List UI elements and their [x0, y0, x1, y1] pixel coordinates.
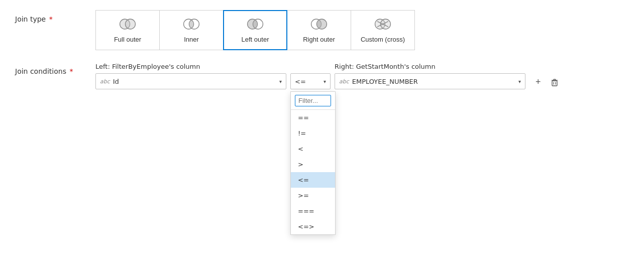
delete-condition-button[interactable]: [548, 76, 561, 89]
left-col-group: Left: FilterByEmployee's column abc Id ▾: [95, 63, 286, 89]
join-btn-inner[interactable]: Inner: [159, 10, 224, 50]
join-type-group: Full outer Inner: [95, 10, 414, 50]
full-outer-label: Full outer: [114, 36, 141, 43]
operator-value: <=: [295, 78, 320, 85]
operator-option-gt[interactable]: >: [291, 157, 335, 172]
join-type-label: Join type *: [15, 10, 95, 23]
operator-option-spaceship[interactable]: <=>: [291, 219, 335, 234]
right-col-value: EMPLOYEE_NUMBER: [352, 78, 515, 85]
join-type-section: Join type * Full outer: [15, 10, 629, 50]
join-conditions-section: Join conditions * Left: FilterByEmployee…: [15, 62, 629, 89]
svg-rect-18: [552, 81, 557, 86]
operator-chevron: ▾: [324, 79, 326, 84]
right-col-select[interactable]: abc EMPLOYEE_NUMBER ▾: [335, 73, 525, 89]
operator-filter-container: [291, 92, 335, 110]
operator-wrapper: <= ▾ == != < > <= >= ===: [290, 73, 331, 89]
custom-cross-icon: [373, 17, 393, 33]
add-condition-button[interactable]: +: [533, 75, 543, 89]
join-conditions-text: Join conditions: [15, 67, 66, 75]
trash-icon: [550, 78, 559, 87]
operator-option-lte[interactable]: <=: [291, 172, 335, 188]
join-btn-custom-cross[interactable]: Custom (cross): [351, 10, 415, 50]
operator-option-gte[interactable]: >=: [291, 188, 335, 203]
full-outer-icon: [118, 17, 138, 33]
operator-option-lt[interactable]: <: [291, 141, 335, 157]
operator-option-neq[interactable]: !=: [291, 125, 335, 141]
operator-option-strict-eq[interactable]: ===: [291, 203, 335, 219]
join-btn-right-outer[interactable]: Right outer: [287, 10, 351, 50]
right-col-header: Right: GetStartMonth's column: [335, 63, 525, 70]
svg-point-15: [380, 19, 390, 29]
left-col-chevron: ▾: [279, 79, 282, 84]
operator-select[interactable]: <= ▾: [290, 73, 331, 89]
join-btn-left-outer[interactable]: Left outer: [223, 10, 287, 50]
right-col-group: Right: GetStartMonth's column abc EMPLOY…: [335, 63, 525, 89]
join-type-text: Join type: [15, 15, 46, 23]
custom-cross-label: Custom (cross): [361, 36, 405, 43]
left-outer-icon: [245, 17, 265, 33]
right-col-chevron: ▾: [518, 79, 521, 84]
operator-dropdown: == != < > <= >= === <=>: [290, 91, 336, 235]
left-outer-label: Left outer: [242, 36, 269, 43]
left-type-prefix: abc: [100, 78, 110, 85]
join-btn-full-outer[interactable]: Full outer: [95, 10, 160, 50]
right-outer-icon: [309, 17, 329, 33]
action-icons: +: [533, 75, 561, 89]
left-col-select[interactable]: abc Id ▾: [95, 73, 286, 89]
join-type-required: *: [47, 15, 52, 23]
join-conditions-required: *: [67, 67, 73, 75]
svg-point-1: [125, 19, 135, 29]
inner-label: Inner: [184, 36, 199, 43]
join-conditions-content: Left: FilterByEmployee's column abc Id ▾…: [95, 62, 561, 89]
left-col-value: Id: [113, 78, 276, 85]
join-conditions-label: Join conditions *: [15, 62, 95, 75]
left-col-header: Left: FilterByEmployee's column: [95, 63, 286, 70]
right-type-prefix: abc: [339, 78, 349, 85]
inner-icon: [181, 17, 201, 33]
right-outer-label: Right outer: [303, 36, 335, 43]
operator-option-eq[interactable]: ==: [291, 110, 335, 125]
operator-filter-input[interactable]: [295, 95, 331, 106]
